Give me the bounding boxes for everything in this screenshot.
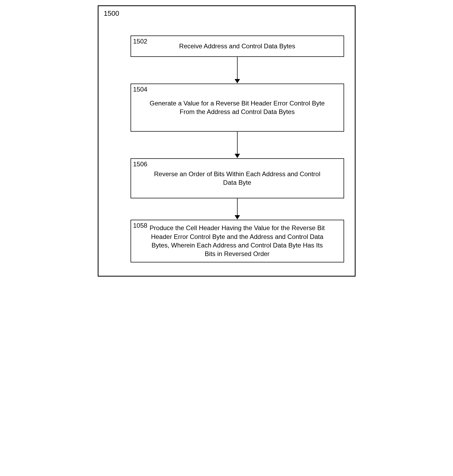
box-label-2: 1504	[133, 86, 147, 93]
box-text-1: Receive Address and Control Data Bytes	[131, 36, 344, 56]
flow-box-3: 1506 Reverse an Order of Bits Within Eac…	[131, 158, 344, 198]
box-text-2: Generate a Value for a Reverse Bit Heade…	[131, 84, 344, 131]
arrow-head-1	[235, 79, 240, 83]
box-label-3: 1506	[133, 160, 147, 168]
box-text-3: Reverse an Order of Bits Within Each Add…	[131, 159, 344, 198]
arrow-line-2	[237, 132, 238, 154]
flow-box-1: 1502 Receive Address and Control Data By…	[131, 36, 344, 57]
box-text-4: Produce the Cell Header Having the Value…	[131, 220, 344, 262]
arrow-head-2	[235, 154, 240, 158]
box-label-4: 1058	[133, 222, 147, 229]
arrow-head-3	[235, 215, 240, 219]
diagram-number: 1500	[104, 9, 119, 18]
arrow-line-1	[237, 57, 238, 80]
flow-box-2: 1504 Generate a Value for a Reverse Bit …	[131, 84, 344, 132]
box-label-1: 1502	[133, 38, 147, 45]
arrow-line-3	[237, 198, 238, 216]
flow-box-4: 1058 Produce the Cell Header Having the …	[131, 220, 344, 262]
diagram-container: 1500 1502 Receive Address and Control Da…	[98, 5, 356, 277]
